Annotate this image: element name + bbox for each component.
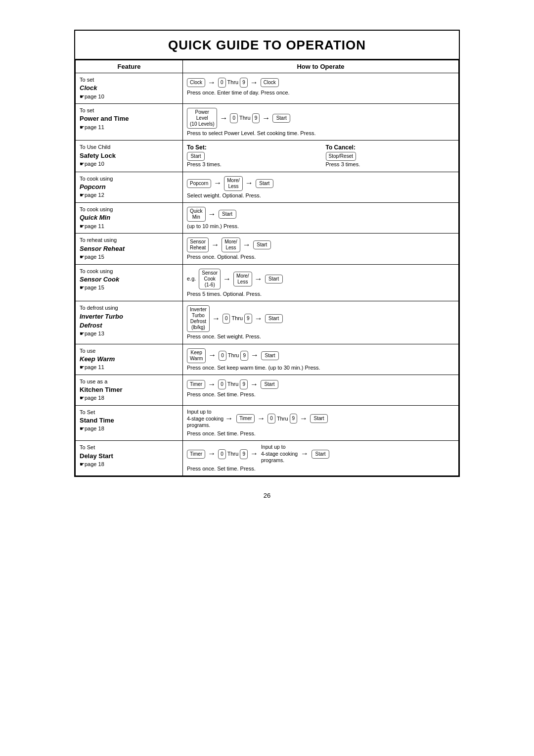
guide-table: Feature How to Operate To setClock☛page … xyxy=(75,60,459,476)
guide-box: QUICK GUIDE TO OPERATION Feature How to … xyxy=(74,30,460,477)
how-sub-power-time: Press to select Power Level. Set cooking… xyxy=(187,130,454,137)
page-ref-popcorn: ☛page 12 xyxy=(80,191,178,199)
page-ref-sensor-reheat: ☛page 15 xyxy=(80,253,178,261)
table-row: To cook usingPopcorn☛page 12Popcorn→More… xyxy=(76,172,459,202)
how-cell-sensor-reheat: Sensor Reheat→More/ Less→StartPress once… xyxy=(183,234,459,264)
table-row: To setPower and Time☛page 11Power Level … xyxy=(76,103,459,140)
how-cell-sensor-cook: e.g.Sensor Cook (1-6)→More/ Less→StartPr… xyxy=(183,264,459,301)
how-sub-sensor-reheat: Press once. Optional. Press. xyxy=(187,253,454,261)
feature-cell-power-time: To setPower and Time☛page 11 xyxy=(76,103,183,140)
feature-name-sensor-cook: Sensor Cook xyxy=(80,275,178,284)
table-row: To Use ChildSafety Lock☛page 10To Set:St… xyxy=(76,141,459,172)
feature-name-clock: Clock xyxy=(80,84,178,93)
table-row: To reheat usingSensor Reheat☛page 15Sens… xyxy=(76,234,459,264)
table-row: To SetDelay Start☛page 18Timer→0 Thru 9→… xyxy=(76,441,459,476)
page-ref-power-time: ☛page 11 xyxy=(80,124,178,131)
feature-cell-clock: To setClock☛page 10 xyxy=(76,73,183,104)
how-sub-quick-min: (up to 10 min.) Press. xyxy=(187,223,454,230)
feature-cell-stand-time: To SetStand Time☛page 18 xyxy=(76,405,183,440)
feature-cell-child-lock: To Use ChildSafety Lock☛page 10 xyxy=(76,141,183,172)
page-number: 26 xyxy=(74,492,460,499)
feature-cell-quick-min: To cook usingQuick Min☛page 11 xyxy=(76,202,183,233)
how-cell-keep-warm: Keep Warm→0 Thru 9→StartPress once. Set … xyxy=(183,344,459,375)
col-feature-header: Feature xyxy=(76,60,183,73)
feature-name-kitchen-timer: Kitchen Timer xyxy=(80,385,178,394)
guide-title: QUICK GUIDE TO OPERATION xyxy=(75,31,459,60)
feature-cell-popcorn: To cook usingPopcorn☛page 12 xyxy=(76,172,183,202)
feature-cell-delay-start: To SetDelay Start☛page 18 xyxy=(76,441,183,476)
page-ref-inverter-turbo: ☛page 13 xyxy=(80,330,178,337)
feature-name-inverter-turbo: Inverter Turbo Defrost xyxy=(80,312,178,330)
page-ref-child-lock: ☛page 10 xyxy=(80,160,178,168)
how-cell-kitchen-timer: Timer→0 Thru 9→StartPress once. Set time… xyxy=(183,375,459,405)
page-ref-quick-min: ☛page 11 xyxy=(80,223,178,230)
feature-cell-kitchen-timer: To use as aKitchen Timer☛page 18 xyxy=(76,375,183,405)
page-container: QUICK GUIDE TO OPERATION Feature How to … xyxy=(74,30,460,499)
table-row: To useKeep Warm☛page 11Keep Warm→0 Thru … xyxy=(76,344,459,375)
how-sub-keep-warm: Press once. Set keep warm time. (up to 3… xyxy=(187,364,454,372)
how-cell-quick-min: Quick Min→Start(up to 10 min.) Press. xyxy=(183,202,459,233)
page-ref-keep-warm: ☛page 11 xyxy=(80,364,178,371)
feature-name-keep-warm: Keep Warm xyxy=(80,355,178,364)
col-how-header: How to Operate xyxy=(183,60,459,73)
feature-cell-sensor-cook: To cook usingSensor Cook☛page 15 xyxy=(76,264,183,301)
page-ref-delay-start: ☛page 18 xyxy=(80,461,178,468)
table-row: To SetStand Time☛page 18Input up to 4-st… xyxy=(76,405,459,440)
feature-cell-sensor-reheat: To reheat usingSensor Reheat☛page 15 xyxy=(76,234,183,264)
how-sub-sensor-cook: Press 5 times. Optional. Press. xyxy=(187,290,454,298)
how-sub-inverter-turbo: Press once. Set weight. Press. xyxy=(187,333,454,340)
feature-name-delay-start: Delay Start xyxy=(80,452,178,461)
table-row: To defrost usingInverter Turbo Defrost☛p… xyxy=(76,301,459,344)
table-row: To cook usingSensor Cook☛page 15e.g.Sens… xyxy=(76,264,459,301)
feature-name-quick-min: Quick Min xyxy=(80,213,178,222)
table-row: To cook usingQuick Min☛page 11Quick Min→… xyxy=(76,202,459,233)
how-cell-clock: Clock→0 Thru 9→ClockPress once. Enter ti… xyxy=(183,73,459,104)
feature-name-stand-time: Stand Time xyxy=(80,416,178,425)
page-ref-stand-time: ☛page 18 xyxy=(80,425,178,432)
page-ref-kitchen-timer: ☛page 18 xyxy=(80,394,178,402)
feature-name-child-lock: Safety Lock xyxy=(80,151,178,160)
how-cell-stand-time: Input up to 4-stage cooking programs.→Ti… xyxy=(183,405,459,440)
feature-cell-keep-warm: To useKeep Warm☛page 11 xyxy=(76,344,183,375)
how-cell-popcorn: Popcorn→More/ Less→StartSelect weight. O… xyxy=(183,172,459,202)
how-cell-inverter-turbo: Inverter Turbo Defrost (lb/kg)→0 Thru 9→… xyxy=(183,301,459,344)
how-cell-delay-start: Timer→0 Thru 9→Input up to 4-stage cooki… xyxy=(183,441,459,476)
how-cell-child-lock: To Set:StartPress 3 times.To Cancel:Stop… xyxy=(183,141,459,172)
table-row: To use as aKitchen Timer☛page 18Timer→0 … xyxy=(76,375,459,405)
how-sub-popcorn: Select weight. Optional. Press. xyxy=(187,192,454,199)
table-row: To setClock☛page 10Clock→0 Thru 9→ClockP… xyxy=(76,73,459,104)
feature-name-power-time: Power and Time xyxy=(80,114,178,123)
page-ref-sensor-cook: ☛page 15 xyxy=(80,284,178,291)
feature-cell-inverter-turbo: To defrost usingInverter Turbo Defrost☛p… xyxy=(76,301,183,344)
feature-name-popcorn: Popcorn xyxy=(80,183,178,191)
how-cell-power-time: Power Level (10 Levels)→0 Thru 9→StartPr… xyxy=(183,103,459,140)
how-sub-clock: Press once. Enter time of day. Press onc… xyxy=(187,89,454,96)
feature-name-sensor-reheat: Sensor Reheat xyxy=(80,244,178,253)
how-sub-kitchen-timer: Press once. Set time. Press. xyxy=(187,391,454,398)
page-ref-clock: ☛page 10 xyxy=(80,93,178,100)
